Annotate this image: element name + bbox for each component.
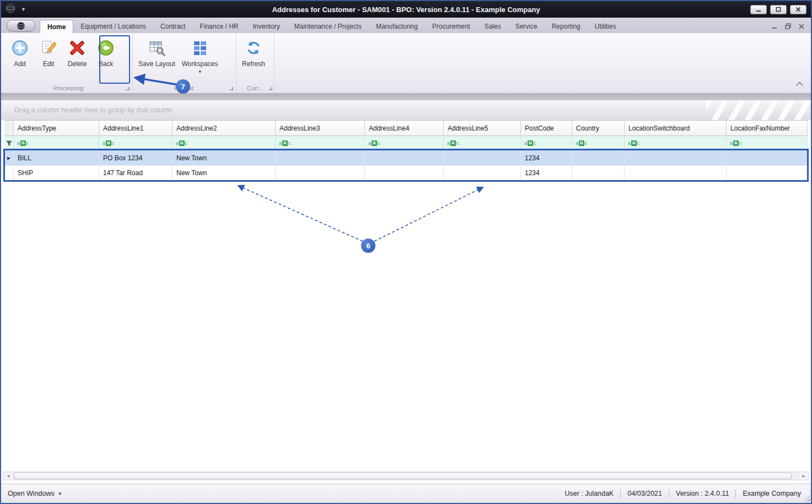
grid-row-bill[interactable]: ► BILL PO Box 1234 New Town 1234: [4, 151, 808, 166]
horizontal-scrollbar[interactable]: ◄ ►: [3, 472, 809, 480]
filter-cell-country[interactable]: aBc: [572, 136, 625, 151]
grid-cell[interactable]: New Town: [173, 166, 276, 181]
grid-cell[interactable]: [365, 166, 444, 181]
ribbon-tabs: Home Equipment / Locations Contract Fina…: [40, 18, 623, 33]
grid-cell[interactable]: [625, 151, 727, 166]
workspaces-dropdown-icon[interactable]: ▼: [198, 69, 202, 74]
column-header-addressline4[interactable]: AddressLine4: [365, 121, 444, 136]
tab-contract[interactable]: Contract: [153, 20, 192, 33]
grid-cell[interactable]: 1234: [521, 166, 572, 181]
add-label: Add: [14, 60, 25, 68]
save-layout-button[interactable]: Save Layout: [135, 36, 179, 74]
filter-cell-addressline2[interactable]: aBc: [173, 136, 276, 151]
grid-cell[interactable]: BILL: [14, 151, 99, 166]
scrollbar-track[interactable]: [13, 472, 799, 480]
tab-procurement[interactable]: Procurement: [425, 20, 477, 33]
filter-cell-addresstype[interactable]: aBc: [14, 136, 99, 151]
child-close-icon[interactable]: [799, 24, 804, 30]
delete-button[interactable]: Delete: [63, 36, 92, 68]
grid-cell[interactable]: New Town: [173, 151, 276, 166]
tab-reporting[interactable]: Reporting: [545, 20, 588, 33]
column-header-postcode[interactable]: PostCode: [521, 121, 572, 136]
status-company: Example Company: [743, 490, 801, 497]
scroll-right-button[interactable]: ►: [799, 472, 808, 480]
column-header-addresstype[interactable]: AddressType: [14, 121, 99, 136]
grid-empty-area: [1, 181, 811, 462]
application-menu-button[interactable]: [7, 20, 35, 32]
minimize-button[interactable]: [750, 5, 767, 14]
grid-cell[interactable]: [727, 166, 808, 181]
grid-row-ship[interactable]: SHIP 147 Tar Road New Town 1234: [4, 166, 808, 181]
filter-cell-addressline5[interactable]: aBc: [444, 136, 521, 151]
column-header-addressline2[interactable]: AddressLine2: [173, 121, 276, 136]
back-button[interactable]: Back: [92, 36, 120, 68]
grid-cell[interactable]: [572, 151, 625, 166]
tab-equipment-locations[interactable]: Equipment / Locations: [73, 20, 153, 33]
open-windows-button[interactable]: Open Windows ▼: [8, 490, 62, 497]
grid-cell[interactable]: 147 Tar Road: [99, 166, 173, 181]
close-button[interactable]: [790, 5, 806, 14]
grid-cell[interactable]: SHIP: [14, 166, 99, 181]
tab-finance-hr[interactable]: Finance / HR: [192, 20, 245, 33]
filter-cell-addressline4[interactable]: aBc: [365, 136, 444, 151]
workspaces-icon: [191, 39, 209, 57]
child-restore-icon[interactable]: [785, 23, 791, 30]
edit-button[interactable]: Edit: [34, 36, 63, 68]
add-button[interactable]: Add: [6, 36, 34, 68]
edit-label: Edit: [43, 60, 55, 68]
group-launcher-icon[interactable]: [269, 87, 272, 90]
tab-service[interactable]: Service: [508, 20, 545, 33]
scrollbar-thumb[interactable]: [14, 473, 792, 479]
column-header-locationfaxnumber[interactable]: LocationFaxNumber: [727, 121, 808, 136]
current-row-indicator: ►: [4, 151, 14, 166]
grid-cell[interactable]: PO Box 1234: [99, 151, 173, 166]
workspaces-button[interactable]: Workspaces ▼: [179, 36, 222, 74]
column-header-country[interactable]: Country: [572, 121, 625, 136]
filter-cell-addressline1[interactable]: aBc: [99, 136, 173, 151]
column-header-locationswitchboard[interactable]: LocationSwitchboard: [625, 121, 727, 136]
status-date: 04/03/2021: [627, 490, 662, 497]
child-minimize-icon[interactable]: [772, 24, 777, 30]
ribbon-collapse-icon[interactable]: [796, 82, 803, 89]
window-title: Addresses for Customer - SAM001 - BPO: V…: [116, 6, 696, 14]
tab-home[interactable]: Home: [40, 20, 73, 33]
tab-maintenance-projects[interactable]: Maintenance / Projects: [287, 20, 369, 33]
tab-utilities[interactable]: Utilities: [588, 20, 623, 33]
refresh-button[interactable]: Refresh: [239, 36, 268, 68]
filter-cell-addressline3[interactable]: aBc: [276, 136, 365, 151]
filter-cell-postcode[interactable]: aBc: [521, 136, 572, 151]
group-launcher-icon[interactable]: [230, 87, 233, 90]
scroll-left-button[interactable]: ◄: [4, 472, 13, 480]
filter-cell-locationswitchboard[interactable]: aBc: [625, 136, 727, 151]
filter-funnel-icon: [6, 140, 12, 147]
app-icon: [6, 3, 15, 15]
grid-cell[interactable]: [727, 151, 808, 166]
grid-cell[interactable]: [572, 166, 625, 181]
workspaces-label: Workspaces: [182, 60, 218, 68]
column-header-addressline5[interactable]: AddressLine5: [444, 121, 521, 136]
grid-cell[interactable]: [625, 166, 727, 181]
group-launcher-icon[interactable]: [126, 87, 130, 90]
filter-row: aBc aBc aBc aBc aBc aBc aBc aBc aBc aBc: [4, 136, 808, 151]
edit-icon: [39, 39, 58, 57]
column-header-addressline1[interactable]: AddressLine1: [99, 121, 173, 136]
resize-grip[interactable]: [803, 495, 810, 502]
grid-cell[interactable]: [444, 166, 521, 181]
tab-inventory[interactable]: Inventory: [245, 20, 287, 33]
grid-cell[interactable]: [276, 166, 365, 181]
tab-sales[interactable]: Sales: [477, 20, 508, 33]
text-filter-icon: aBc: [524, 140, 536, 146]
header-indicator-cell: [4, 121, 14, 136]
tab-manufacturing[interactable]: Manufacturing: [369, 20, 425, 33]
column-header-addressline3[interactable]: AddressLine3: [276, 121, 365, 136]
refresh-label: Refresh: [242, 60, 265, 68]
grid-cell[interactable]: [276, 151, 365, 166]
grid-cell[interactable]: [444, 151, 521, 166]
group-by-panel[interactable]: Drag a column header here to group by th…: [1, 100, 811, 120]
filter-cell-locationfaxnumber[interactable]: aBc: [727, 136, 808, 151]
quick-access-caret-icon[interactable]: ▼: [21, 7, 26, 12]
title-bar[interactable]: ▼ Addresses for Customer - SAM001 - BPO:…: [1, 1, 811, 18]
grid-cell[interactable]: 1234: [521, 151, 572, 166]
maximize-button[interactable]: [770, 5, 787, 14]
grid-cell[interactable]: [365, 151, 444, 166]
